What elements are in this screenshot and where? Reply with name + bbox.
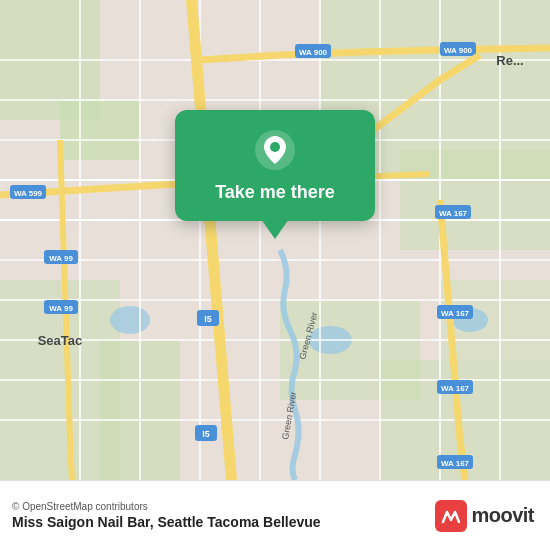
- moovit-brand-icon: [435, 500, 467, 532]
- place-name: Miss Saigon Nail Bar, Seattle Tacoma Bel…: [12, 514, 321, 530]
- svg-point-10: [110, 306, 150, 334]
- svg-text:WA 167: WA 167: [439, 209, 468, 218]
- svg-text:I5: I5: [202, 429, 210, 439]
- svg-text:WA 99: WA 99: [49, 254, 73, 263]
- moovit-brand-text: moovit: [471, 504, 534, 527]
- svg-rect-2: [60, 100, 140, 160]
- svg-text:WA 167: WA 167: [441, 459, 470, 468]
- info-bar: © OpenStreetMap contributors Miss Saigon…: [0, 480, 550, 550]
- svg-text:Re...: Re...: [496, 53, 523, 68]
- svg-text:WA 900: WA 900: [299, 48, 328, 57]
- map-attribution: © OpenStreetMap contributors: [12, 501, 321, 512]
- pin-icon: [253, 128, 297, 172]
- callout-label: Take me there: [215, 182, 335, 203]
- svg-rect-63: [435, 500, 467, 532]
- svg-text:SeaTac: SeaTac: [38, 333, 83, 348]
- info-left: © OpenStreetMap contributors Miss Saigon…: [12, 501, 321, 530]
- svg-text:WA 99: WA 99: [49, 304, 73, 313]
- svg-text:WA 900: WA 900: [444, 46, 473, 55]
- svg-text:WA 167: WA 167: [441, 309, 470, 318]
- svg-text:I5: I5: [204, 314, 212, 324]
- map-container: I5 I5 I5 WA 599 WA 900 WA 900 WA 167 WA …: [0, 0, 550, 480]
- svg-text:WA 599: WA 599: [14, 189, 43, 198]
- location-callout[interactable]: Take me there: [175, 110, 375, 221]
- moovit-logo: moovit: [435, 500, 534, 532]
- svg-rect-4: [400, 150, 550, 250]
- svg-text:WA 167: WA 167: [441, 384, 470, 393]
- svg-point-62: [270, 142, 280, 152]
